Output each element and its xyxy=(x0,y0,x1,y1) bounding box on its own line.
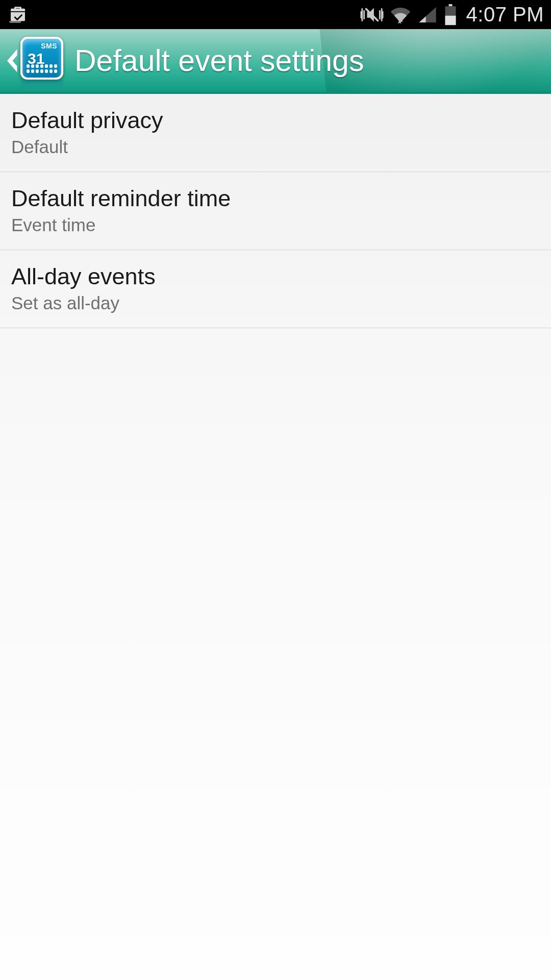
status-bar-right: 4:07 PM xyxy=(29,3,544,26)
page-title: Default event settings xyxy=(74,43,364,78)
calendar-sms-icon: SMS 31 xyxy=(20,37,63,80)
setting-all-day-events[interactable]: All-day events Set as all-day xyxy=(0,250,551,328)
app-icon: SMS 31 xyxy=(20,33,68,89)
status-bar-left xyxy=(7,4,29,26)
status-time: 4:07 PM xyxy=(466,3,544,26)
settings-list: Default privacy Default Default reminder… xyxy=(0,94,551,328)
app-icon-reflection xyxy=(20,80,63,89)
setting-subtitle: Default xyxy=(11,137,540,157)
setting-title: All-day events xyxy=(11,263,540,290)
briefcase-check-icon xyxy=(7,4,29,26)
signal-icon xyxy=(417,5,438,24)
svg-rect-0 xyxy=(448,4,452,6)
setting-subtitle: Event time xyxy=(11,215,540,235)
back-button[interactable] xyxy=(3,45,20,76)
vibrate-mute-icon xyxy=(360,5,384,25)
wifi-icon xyxy=(390,5,411,24)
battery-icon xyxy=(444,4,457,26)
app-icon-sms-label: SMS xyxy=(41,42,57,50)
setting-default-privacy[interactable]: Default privacy Default xyxy=(0,94,551,172)
svg-rect-2 xyxy=(445,15,456,24)
app-icon-dots xyxy=(27,64,57,74)
status-bar: 4:07 PM xyxy=(0,0,551,29)
setting-subtitle: Set as all-day xyxy=(11,293,540,313)
setting-title: Default privacy xyxy=(11,107,540,134)
setting-default-reminder-time[interactable]: Default reminder time Event time xyxy=(0,172,551,250)
app-header: SMS 31 Default event settings xyxy=(0,29,551,94)
setting-title: Default reminder time xyxy=(11,185,540,212)
